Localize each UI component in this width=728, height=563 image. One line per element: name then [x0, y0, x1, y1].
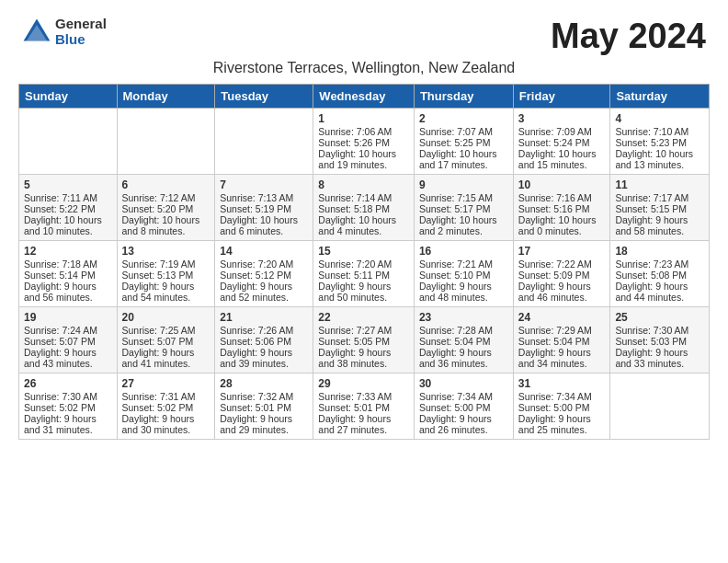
- daylight-text: Daylight: 9 hours and 46 minutes.: [518, 281, 591, 303]
- calendar-body: 1Sunrise: 7:06 AMSunset: 5:26 PMDaylight…: [19, 109, 710, 440]
- daylight-text: Daylight: 10 hours and 10 minutes.: [24, 214, 102, 236]
- calendar-table: SundayMondayTuesdayWednesdayThursdayFrid…: [18, 84, 710, 440]
- day-number: 10: [518, 178, 606, 191]
- calendar-cell: 18Sunrise: 7:23 AMSunset: 5:08 PMDayligh…: [610, 241, 710, 307]
- sunset-text: Sunset: 5:17 PM: [419, 203, 491, 214]
- day-number: 14: [220, 245, 308, 258]
- calendar-cell: 1Sunrise: 7:06 AMSunset: 5:26 PMDaylight…: [313, 109, 415, 175]
- daylight-text: Daylight: 9 hours and 54 minutes.: [122, 281, 195, 303]
- day-number: 20: [122, 311, 210, 324]
- daylight-text: Daylight: 10 hours and 4 minutes.: [318, 214, 396, 236]
- sunrise-text: Sunrise: 7:06 AM: [318, 126, 392, 137]
- daylight-text: Daylight: 10 hours and 17 minutes.: [419, 148, 497, 170]
- sunset-text: Sunset: 5:10 PM: [419, 270, 491, 281]
- day-number: 29: [318, 377, 409, 390]
- sunrise-text: Sunrise: 7:26 AM: [220, 325, 293, 336]
- day-number: 4: [615, 112, 704, 125]
- weekday-header: Thursday: [414, 85, 513, 109]
- weekday-header: Wednesday: [313, 85, 415, 109]
- day-number: 6: [122, 178, 210, 191]
- sunrise-text: Sunrise: 7:21 AM: [419, 259, 493, 270]
- calendar-cell: 12Sunrise: 7:18 AMSunset: 5:14 PMDayligh…: [19, 241, 118, 307]
- sunrise-text: Sunrise: 7:07 AM: [419, 126, 493, 137]
- logo: General Blue: [22, 17, 107, 47]
- day-number: 13: [122, 245, 210, 258]
- calendar-cell: 24Sunrise: 7:29 AMSunset: 5:04 PMDayligh…: [513, 307, 610, 373]
- calendar-cell: 21Sunrise: 7:26 AMSunset: 5:06 PMDayligh…: [215, 307, 313, 373]
- sunset-text: Sunset: 5:11 PM: [318, 270, 390, 281]
- sunrise-text: Sunrise: 7:19 AM: [122, 259, 196, 270]
- sunset-text: Sunset: 5:19 PM: [220, 203, 291, 214]
- daylight-text: Daylight: 9 hours and 56 minutes.: [24, 281, 97, 303]
- sunset-text: Sunset: 5:04 PM: [419, 336, 491, 347]
- logo-blue-text: Blue: [55, 32, 107, 48]
- sunset-text: Sunset: 5:02 PM: [24, 402, 96, 413]
- calendar-cell: 14Sunrise: 7:20 AMSunset: 5:12 PMDayligh…: [215, 241, 313, 307]
- sunset-text: Sunset: 5:00 PM: [419, 402, 491, 413]
- sunset-text: Sunset: 5:05 PM: [318, 336, 390, 347]
- daylight-text: Daylight: 10 hours and 15 minutes.: [518, 148, 597, 170]
- day-number: 2: [419, 112, 508, 125]
- calendar-cell: 9Sunrise: 7:15 AMSunset: 5:17 PMDaylight…: [414, 175, 513, 241]
- sunrise-text: Sunrise: 7:11 AM: [24, 192, 97, 203]
- sunrise-text: Sunrise: 7:29 AM: [518, 325, 592, 336]
- calendar-cell: [117, 109, 215, 175]
- day-number: 11: [615, 178, 704, 191]
- day-number: 8: [318, 178, 409, 191]
- calendar-cell: 13Sunrise: 7:19 AMSunset: 5:13 PMDayligh…: [117, 241, 215, 307]
- sunset-text: Sunset: 5:03 PM: [615, 336, 687, 347]
- calendar-week-row: 12Sunrise: 7:18 AMSunset: 5:14 PMDayligh…: [19, 241, 710, 307]
- calendar-cell: 30Sunrise: 7:34 AMSunset: 5:00 PMDayligh…: [414, 373, 513, 440]
- day-number: 1: [318, 112, 409, 125]
- day-number: 22: [318, 311, 409, 324]
- calendar-week-row: 26Sunrise: 7:30 AMSunset: 5:02 PMDayligh…: [19, 373, 710, 440]
- calendar-cell: 16Sunrise: 7:21 AMSunset: 5:10 PMDayligh…: [414, 241, 513, 307]
- daylight-text: Daylight: 10 hours and 6 minutes.: [220, 214, 298, 236]
- sunrise-text: Sunrise: 7:14 AM: [318, 192, 392, 203]
- daylight-text: Daylight: 10 hours and 8 minutes.: [122, 214, 200, 236]
- calendar-cell: 27Sunrise: 7:31 AMSunset: 5:02 PMDayligh…: [117, 373, 215, 440]
- sunset-text: Sunset: 5:14 PM: [24, 270, 96, 281]
- sunset-text: Sunset: 5:06 PM: [220, 336, 291, 347]
- day-number: 5: [24, 178, 112, 191]
- daylight-text: Daylight: 9 hours and 39 minutes.: [220, 347, 292, 369]
- calendar-cell: 8Sunrise: 7:14 AMSunset: 5:18 PMDaylight…: [313, 175, 415, 241]
- calendar-cell: 29Sunrise: 7:33 AMSunset: 5:01 PMDayligh…: [313, 373, 415, 440]
- sunrise-text: Sunrise: 7:31 AM: [122, 391, 196, 402]
- sunrise-text: Sunrise: 7:16 AM: [518, 192, 592, 203]
- daylight-text: Daylight: 9 hours and 33 minutes.: [615, 347, 688, 369]
- page-container: General Blue May 2024 Riverstone Terrace…: [0, 0, 728, 449]
- daylight-text: Daylight: 10 hours and 0 minutes.: [518, 214, 597, 236]
- sunset-text: Sunset: 5:25 PM: [419, 137, 491, 148]
- calendar-wrapper: SundayMondayTuesdayWednesdayThursdayFrid…: [0, 84, 728, 449]
- daylight-text: Daylight: 9 hours and 26 minutes.: [419, 413, 492, 435]
- month-title: May 2024: [551, 17, 706, 56]
- daylight-text: Daylight: 9 hours and 58 minutes.: [615, 214, 688, 236]
- sunset-text: Sunset: 5:01 PM: [220, 402, 291, 413]
- day-number: 26: [24, 377, 112, 390]
- day-number: 30: [419, 377, 508, 390]
- sunrise-text: Sunrise: 7:32 AM: [220, 391, 293, 402]
- sunrise-text: Sunrise: 7:25 AM: [122, 325, 196, 336]
- day-number: 16: [419, 245, 508, 258]
- calendar-cell: 25Sunrise: 7:30 AMSunset: 5:03 PMDayligh…: [610, 307, 710, 373]
- daylight-text: Daylight: 10 hours and 2 minutes.: [419, 214, 497, 236]
- calendar-cell: 10Sunrise: 7:16 AMSunset: 5:16 PMDayligh…: [513, 175, 610, 241]
- calendar-cell: 17Sunrise: 7:22 AMSunset: 5:09 PMDayligh…: [513, 241, 610, 307]
- day-number: 17: [518, 245, 606, 258]
- sunset-text: Sunset: 5:01 PM: [318, 402, 390, 413]
- sunrise-text: Sunrise: 7:33 AM: [318, 391, 392, 402]
- sunset-text: Sunset: 5:00 PM: [518, 402, 590, 413]
- calendar-cell: 7Sunrise: 7:13 AMSunset: 5:19 PMDaylight…: [215, 175, 313, 241]
- sunrise-text: Sunrise: 7:09 AM: [518, 126, 592, 137]
- sunrise-text: Sunrise: 7:34 AM: [518, 391, 592, 402]
- daylight-text: Daylight: 9 hours and 36 minutes.: [419, 347, 492, 369]
- calendar-cell: 5Sunrise: 7:11 AMSunset: 5:22 PMDaylight…: [19, 175, 118, 241]
- sunset-text: Sunset: 5:02 PM: [122, 402, 194, 413]
- sunrise-text: Sunrise: 7:30 AM: [24, 391, 97, 402]
- sunset-text: Sunset: 5:23 PM: [615, 137, 687, 148]
- calendar-cell: [19, 109, 118, 175]
- weekday-header: Monday: [117, 85, 215, 109]
- logo-text: General Blue: [55, 17, 107, 47]
- sunrise-text: Sunrise: 7:27 AM: [318, 325, 392, 336]
